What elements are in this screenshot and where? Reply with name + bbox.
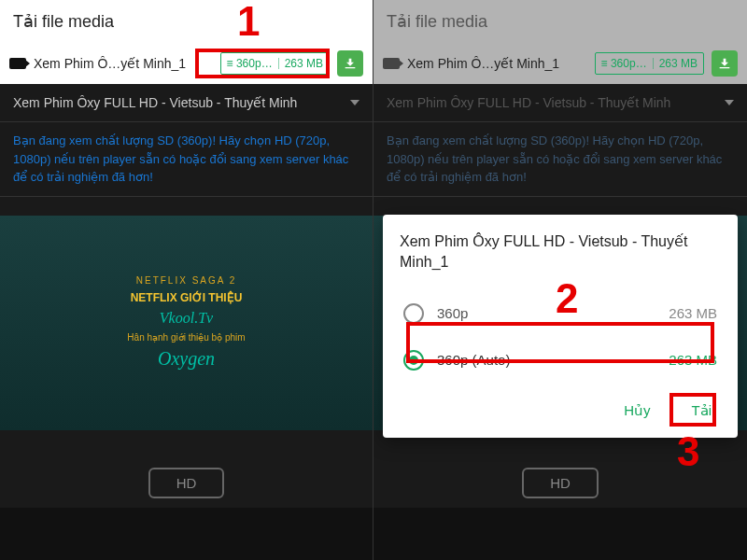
chevron-down-icon: [350, 100, 359, 105]
download-confirm-button[interactable]: Tải: [683, 397, 722, 425]
quality-badge[interactable]: ≡ 360p… 263 MB: [220, 52, 330, 75]
option-label: 360p: [437, 305, 655, 321]
header: Tải file media: [0, 0, 373, 43]
video-title-bar[interactable]: Xem Phim Ôxy FULL HD - Vietsub - Thuyết …: [0, 84, 373, 122]
option-size: 263 MB: [669, 305, 717, 321]
option-label: 360p (Auto): [437, 352, 655, 368]
subtitle-line: NETFLIX SAGA 2: [136, 275, 236, 286]
header-title: Tải file media: [13, 12, 114, 31]
video-icon: [9, 58, 26, 69]
cancel-button[interactable]: Hủy: [614, 397, 659, 425]
header: Tải file media: [374, 0, 747, 43]
video-player[interactable]: NETFLIX SAGA 2 NETFLIX GIỚI THIỆU Vkool.…: [0, 216, 373, 430]
subtitle-line: Hân hạnh giới thiệu bộ phim: [127, 332, 245, 343]
subtitle-line: NETFLIX GIỚI THIỆU: [131, 291, 243, 304]
quality-badge[interactable]: ≡ 360p… 263 MB: [595, 52, 704, 75]
separator: [653, 58, 654, 69]
quality-option-360p-auto[interactable]: 360p (Auto) 263 MB: [400, 337, 721, 384]
subtitle-line: Vkool.Tv: [160, 310, 213, 327]
screen-right: Tải file media Xem Phim Ô…yết Minh_1 ≡ 3…: [374, 0, 747, 560]
media-filename: Xem Phim Ô…yết Minh_1: [407, 56, 587, 71]
chevron-down-icon: [725, 100, 734, 105]
dialog-actions: Hủy Tải: [400, 397, 721, 425]
option-size: 263 MB: [669, 352, 717, 368]
radio-icon: [403, 303, 424, 324]
quality-dialog: Xem Phim Ôxy FULL HD - Vietsub - Thuyết …: [383, 215, 738, 438]
quality-option-360p[interactable]: 360p 263 MB: [400, 290, 721, 337]
dialog-title: Xem Phim Ôxy FULL HD - Vietsub - Thuyết …: [400, 231, 721, 273]
media-row: Xem Phim Ô…yết Minh_1 ≡ 360p… 263 MB: [0, 43, 373, 84]
video-title: Xem Phim Ôxy FULL HD - Vietsub - Thuyết …: [387, 95, 670, 110]
screen-left: Tải file media Xem Phim Ô…yết Minh_1 ≡ 3…: [0, 0, 374, 560]
hd-button[interactable]: HD: [522, 468, 599, 498]
quality-size: 263 MB: [285, 57, 323, 70]
download-icon: [343, 56, 358, 71]
hd-button-area: HD: [374, 458, 747, 508]
quality-res: ≡ 360p…: [227, 57, 273, 70]
media-row: Xem Phim Ô…yết Minh_1 ≡ 360p… 263 MB: [374, 43, 747, 84]
download-button[interactable]: [337, 50, 363, 77]
video-icon: [383, 58, 400, 69]
quality-notice: Bạn đang xem chất lượng SD (360p)! Hãy c…: [0, 122, 373, 197]
media-filename: Xem Phim Ô…yết Minh_1: [34, 56, 213, 71]
quality-size: 263 MB: [659, 57, 698, 70]
hd-button[interactable]: HD: [148, 468, 225, 498]
quality-res: ≡ 360p…: [601, 57, 647, 70]
download-button[interactable]: [712, 50, 738, 77]
radio-icon-selected: [403, 350, 424, 371]
separator: [278, 58, 279, 69]
header-title: Tải file media: [387, 12, 487, 31]
quality-notice: Bạn đang xem chất lượng SD (360p)! Hãy c…: [374, 122, 747, 197]
subtitle-line: Oxygen: [158, 348, 215, 370]
video-title: Xem Phim Ôxy FULL HD - Vietsub - Thuyết …: [13, 95, 297, 110]
download-icon: [717, 56, 732, 71]
video-title-bar[interactable]: Xem Phim Ôxy FULL HD - Vietsub - Thuyết …: [374, 84, 747, 122]
hd-button-area: HD: [0, 458, 373, 508]
content-area: Xem Phim Ôxy FULL HD - Vietsub - Thuyết …: [0, 84, 373, 508]
